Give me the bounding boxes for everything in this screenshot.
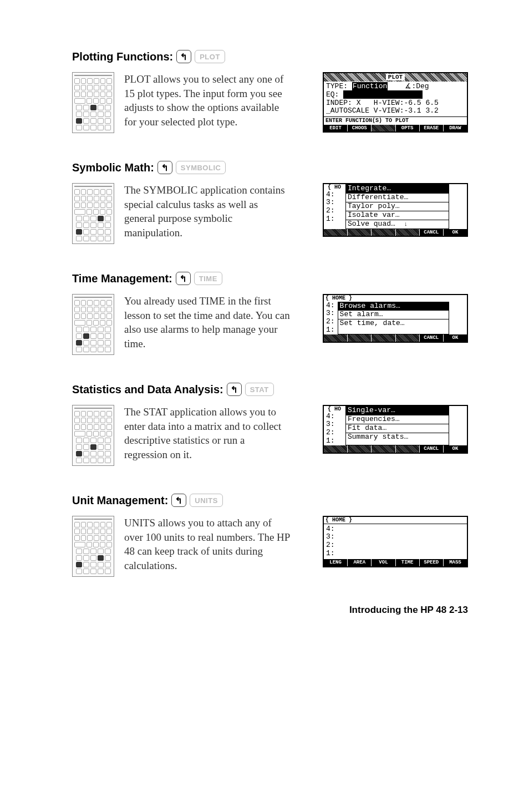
section-title: Unit Management: UNITS [72, 494, 468, 507]
screen-title: PLOT [386, 74, 405, 80]
softkeys: CANCL OK [324, 229, 467, 236]
key-label: TIME [194, 272, 222, 285]
section-symbolic: Symbolic Math: SYMBOLIC The SYMBOLIC app… [72, 161, 468, 244]
title-text: Time Management: [72, 272, 172, 285]
softkeys: CANCL OK [324, 334, 467, 341]
title-text: Plotting Functions: [72, 50, 173, 63]
shift-key-icon [227, 383, 242, 396]
calc-screenshot-plot: PLOT TYPE: Function ∡:Deg EQ: INDEP: X H… [323, 72, 468, 133]
body-text: The SYMBOLIC application contains specia… [124, 183, 291, 240]
section-title: Statistics and Data Analysis: STAT [72, 383, 468, 396]
key-label: UNITS [190, 494, 223, 507]
menu-list: Single-var… Frequencies… Fit data… Summa… [345, 406, 449, 445]
calculator-keypad-icon [72, 183, 114, 244]
calc-screenshot-time: { HOME } 4: 3: 2: 1: Browse alarms… Set … [323, 294, 468, 343]
calc-screenshot-symbolic: { HO 4: 3: 2: 1: Integrate… Differentiat… [323, 183, 468, 237]
shift-key-icon [157, 161, 172, 174]
calc-screenshot-stat: { HO 4: 3: 2: 1: Single-var… Frequencies… [323, 405, 468, 454]
shift-key-icon [171, 494, 186, 507]
stack-numbers: 4: 3: 2: 1: [324, 302, 337, 335]
title-text: Unit Management: [72, 494, 168, 507]
body-text: You already used TIME in the first lesso… [124, 294, 291, 351]
key-label: STAT [245, 383, 274, 396]
calculator-keypad-icon [72, 72, 114, 133]
body-text: UNITS allows you to attach any of over 1… [124, 516, 291, 573]
softkeys: EDIT CHOOS OPTS ERASE DRAW [324, 125, 467, 131]
shift-key-icon [176, 272, 191, 285]
calc-screenshot-units: { HOME } 4: 3: 2: 1: LENG AREA VOL TIME … [323, 516, 468, 567]
key-label: SYMBOLIC [176, 161, 226, 174]
page-footer: Introducing the HP 48 2-13 [72, 605, 468, 616]
softkeys: CANCL OK [324, 445, 467, 452]
section-plot: Plotting Functions: PLOT PLOT allows you… [72, 50, 468, 133]
section-title: Time Management: TIME [72, 272, 468, 285]
calculator-keypad-icon [72, 405, 114, 466]
stack-numbers: { HO 4: 3: 2: 1: [324, 184, 344, 229]
menu-list: Browse alarms… Set alarm… Set time, date… [338, 302, 449, 335]
title-text: Symbolic Math: [72, 161, 154, 174]
calculator-keypad-icon [72, 294, 114, 355]
calculator-keypad-icon [72, 516, 114, 577]
path-header: { HOME } [324, 295, 467, 302]
section-time: Time Management: TIME You already used T… [72, 272, 468, 355]
path-header: { HOME } [324, 517, 467, 524]
section-title: Plotting Functions: PLOT [72, 50, 468, 63]
title-text: Statistics and Data Analysis: [72, 383, 223, 396]
section-title: Symbolic Math: SYMBOLIC [72, 161, 468, 174]
stack-numbers: { HO 4: 3: 2: 1: [324, 406, 344, 445]
key-label: PLOT [195, 50, 225, 63]
shift-key-icon [176, 50, 191, 63]
section-units: Unit Management: UNITS UNITS allows you … [72, 494, 468, 577]
softkeys: LENG AREA VOL TIME SPEED MASS [324, 559, 467, 566]
body-text: PLOT allows you to select any one of 15 … [124, 72, 291, 129]
scroll-down-icon: ↓ [404, 221, 408, 227]
menu-list: Integrate… Differentiate… Taylor poly… I… [345, 184, 449, 229]
body-text: The STAT application allows you to enter… [124, 405, 291, 462]
section-stat: Statistics and Data Analysis: STAT The S… [72, 383, 468, 466]
status-line: ENTER FUNCTION(S) TO PLOT [324, 116, 467, 125]
